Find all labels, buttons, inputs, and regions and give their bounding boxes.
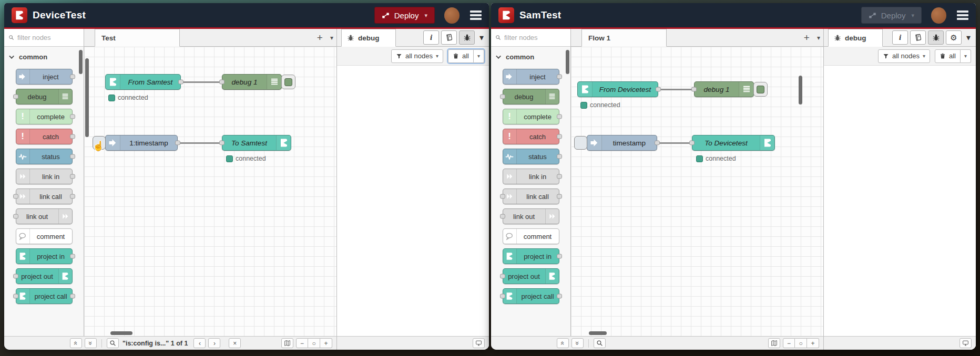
palette-node-link-in[interactable]: link in — [16, 169, 73, 184]
flow-node-debug1[interactable]: debug 1 — [694, 81, 754, 97]
wire[interactable] — [181, 81, 222, 83]
debug-clear-caret[interactable]: ▾ — [961, 49, 971, 63]
wire[interactable] — [659, 89, 694, 90]
palette-node-project-call[interactable]: project call — [503, 288, 559, 304]
deploy-caret-icon[interactable]: ▾ — [424, 12, 427, 19]
tab-debug[interactable]: debug — [341, 29, 396, 47]
palette-node-project-in[interactable]: project in — [503, 248, 559, 264]
open-debug-window-button[interactable] — [473, 338, 485, 348]
output-port[interactable] — [656, 87, 661, 92]
navigator-map-button[interactable] — [281, 338, 293, 348]
deploy-caret-icon[interactable]: ▾ — [911, 12, 914, 19]
palette-node-comment[interactable]: comment — [16, 228, 73, 244]
zoom-reset-button[interactable]: ○ — [308, 338, 320, 348]
deploy-button[interactable]: Deploy ▾ — [374, 7, 435, 24]
tab-debug[interactable]: debug — [828, 29, 883, 47]
search-close-button[interactable]: × — [229, 338, 241, 348]
palette-collapse-down-button[interactable]: » — [85, 338, 97, 348]
navigator-map-button[interactable] — [768, 338, 780, 348]
palette-search[interactable] — [491, 29, 570, 47]
palette-node-project-out[interactable]: project out — [503, 268, 559, 284]
wire[interactable] — [657, 142, 692, 144]
user-menu[interactable]: s — [931, 7, 946, 24]
palette-scrollbar[interactable] — [566, 50, 569, 74]
sidebar-options-caret[interactable]: ▾ — [477, 30, 486, 45]
main-menu-button[interactable] — [957, 11, 968, 20]
add-flow-button[interactable]: + — [317, 33, 323, 43]
zoom-out-button[interactable]: − — [783, 338, 795, 348]
debug-clear-button[interactable]: all — [448, 49, 474, 63]
palette-node-project-out[interactable]: project out — [16, 268, 73, 284]
palette-node-inject[interactable]: inject — [503, 69, 559, 85]
deploy-button-disabled[interactable]: Deploy ▾ — [861, 7, 922, 24]
wire[interactable] — [178, 142, 222, 144]
palette-node-project-call[interactable]: project call — [16, 288, 73, 304]
flow-node-to-samtest[interactable]: To Samtest — [222, 135, 291, 151]
flow-tab[interactable]: Flow 1 — [581, 29, 667, 47]
zoom-reset-button[interactable]: ○ — [795, 338, 807, 348]
palette-node-debug[interactable]: debug — [503, 89, 559, 104]
search-prev-button[interactable]: ‹ — [193, 338, 206, 348]
palette-category-common[interactable]: common — [491, 49, 570, 65]
main-menu-button[interactable] — [470, 11, 482, 20]
debug-sidebar-button[interactable] — [928, 30, 944, 45]
palette-node-catch[interactable]: ! catch — [16, 129, 73, 144]
debug-toggle-button[interactable] — [753, 82, 768, 97]
palette-search[interactable] — [4, 29, 84, 47]
output-port[interactable] — [655, 141, 660, 145]
help-sidebar-button[interactable] — [441, 30, 457, 45]
input-port[interactable] — [219, 141, 224, 145]
palette-node-inject[interactable]: inject — [16, 69, 73, 85]
inject-button[interactable] — [574, 136, 587, 150]
palette-filter-input[interactable] — [17, 34, 79, 41]
flow-node-debug1[interactable]: debug 1 — [222, 74, 282, 90]
palette-node-comment[interactable]: comment — [503, 228, 559, 244]
zoom-out-button[interactable]: − — [296, 338, 308, 348]
canvas-vertical-scrollbar[interactable] — [799, 76, 802, 104]
debug-message-list[interactable] — [824, 66, 976, 336]
flow-node-from-devicetest[interactable]: From Devicetest — [577, 81, 658, 97]
palette-collapse-down-button[interactable]: » — [571, 338, 584, 348]
debug-clear-caret[interactable]: ▾ — [474, 49, 484, 63]
output-port[interactable] — [175, 141, 180, 145]
debug-sidebar-button[interactable] — [459, 30, 475, 45]
debug-filter-dropdown[interactable]: all nodes ▾ — [878, 49, 930, 63]
search-flows-button[interactable] — [594, 338, 606, 348]
debug-toggle-button[interactable] — [281, 75, 295, 89]
flow-node-inject-timestamp[interactable]: 1:timestamp — [105, 135, 178, 151]
flow-canvas[interactable]: From Devicetest debug 1 connected — [571, 47, 823, 336]
input-port[interactable] — [691, 87, 697, 92]
palette-node-catch[interactable]: ! catch — [503, 129, 559, 144]
info-sidebar-button[interactable]: i — [423, 30, 439, 45]
palette-node-status[interactable]: status — [503, 149, 559, 164]
palette-node-debug[interactable]: debug — [16, 89, 73, 104]
zoom-in-button[interactable]: + — [320, 338, 332, 348]
info-sidebar-button[interactable]: i — [892, 30, 908, 45]
flow-canvas[interactable]: From Samtest debug 1 connected — [84, 47, 336, 336]
input-port[interactable] — [689, 141, 695, 145]
flow-node-inject-timestamp[interactable]: timestamp — [587, 135, 657, 151]
palette-filter-input[interactable] — [504, 34, 566, 41]
flow-list-caret[interactable]: ▾ — [817, 34, 820, 41]
output-port[interactable] — [178, 80, 183, 85]
canvas-horizontal-scrollbar[interactable] — [589, 331, 607, 335]
palette-scrollbar[interactable] — [79, 50, 83, 74]
sidebar-options-caret[interactable]: ▾ — [964, 30, 973, 45]
flow-node-to-devicetest[interactable]: To Devicetest — [692, 135, 775, 151]
palette-node-link-call[interactable]: link call — [16, 189, 73, 204]
debug-clear-button[interactable]: all — [935, 49, 961, 63]
add-flow-button[interactable]: + — [804, 33, 810, 43]
config-sidebar-button[interactable]: ⚙ — [946, 30, 962, 45]
palette-collapse-up-button[interactable]: « — [557, 338, 569, 348]
palette-node-link-out[interactable]: link out — [503, 208, 559, 224]
palette-node-project-in[interactable]: project in — [16, 248, 73, 264]
open-debug-window-button[interactable] — [959, 338, 972, 348]
palette-node-link-call[interactable]: link call — [503, 189, 559, 204]
debug-filter-dropdown[interactable]: all nodes ▾ — [391, 49, 443, 63]
canvas-vertical-scrollbar[interactable] — [85, 58, 89, 137]
canvas-horizontal-scrollbar[interactable] — [110, 331, 132, 335]
flow-list-caret[interactable]: ▾ — [330, 34, 333, 41]
help-sidebar-button[interactable] — [910, 30, 926, 45]
zoom-in-button[interactable]: + — [807, 338, 819, 348]
avatar[interactable] — [444, 7, 460, 24]
